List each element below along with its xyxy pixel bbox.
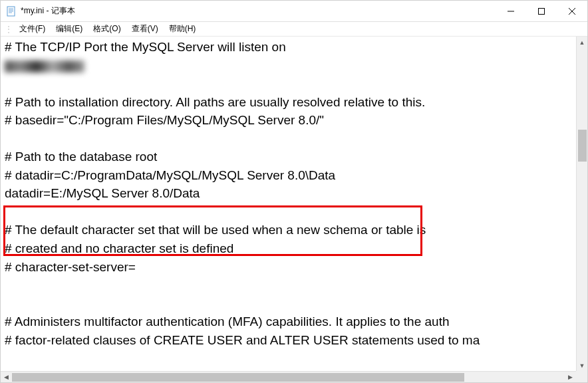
- vertical-scroll-thumb[interactable]: [578, 130, 587, 162]
- redacted-text: xxxxxxx: [5, 61, 84, 72]
- editor-line: [5, 74, 572, 93]
- menubar-grip: ⋮: [5, 25, 13, 34]
- menu-format[interactable]: 格式(O): [88, 22, 126, 36]
- editor-line: # Path to the database root: [5, 148, 572, 166]
- editor-line: # factor-related clauses of CREATE USER …: [5, 331, 572, 350]
- menu-view[interactable]: 查看(V): [126, 22, 164, 36]
- scroll-down-arrow-icon[interactable]: ▼: [577, 360, 587, 371]
- close-button[interactable]: [557, 1, 587, 21]
- editor-line: # character-set-server=: [5, 258, 572, 277]
- text-editor[interactable]: # The TCP/IP Port the MySQL Server will …: [1, 37, 576, 350]
- scrollbar-corner: [576, 371, 587, 382]
- scroll-left-arrow-icon[interactable]: ◀: [1, 372, 12, 382]
- window-controls: [496, 1, 587, 21]
- editor-line: [5, 295, 572, 313]
- editor-line: # datadir=C:/ProgramData/MySQL/MySQL Ser…: [5, 166, 572, 185]
- editor-line: [5, 203, 572, 221]
- editor-line: datadir=E:/MySQL Server 8.0/Data: [5, 184, 572, 203]
- editor-line: [5, 276, 572, 295]
- editor-line: xxxxxxx: [5, 57, 572, 75]
- editor-line: [5, 130, 572, 148]
- editor-wrapper: # The TCP/IP Port the MySQL Server will …: [1, 37, 576, 371]
- scroll-up-arrow-icon[interactable]: ▲: [577, 37, 587, 48]
- editor-line: # The default character set that will be…: [5, 221, 572, 239]
- menu-file[interactable]: 文件(F): [14, 22, 51, 36]
- vertical-scrollbar[interactable]: ▲ ▼: [576, 37, 587, 371]
- menu-help[interactable]: 帮助(H): [164, 22, 202, 36]
- svg-rect-6: [539, 8, 545, 14]
- menubar: ⋮ 文件(F) 编辑(E) 格式(O) 查看(V) 帮助(H): [1, 22, 587, 37]
- editor-line: # basedir="C:/Program Files/MySQL/MySQL …: [5, 111, 572, 130]
- maximize-button[interactable]: [526, 1, 557, 21]
- editor-line: # Path to installation directory. All pa…: [5, 93, 572, 112]
- minimize-button[interactable]: [496, 1, 526, 21]
- horizontal-scroll-thumb[interactable]: [12, 373, 464, 382]
- menu-edit[interactable]: 编辑(E): [51, 22, 88, 36]
- editor-line: # The TCP/IP Port the MySQL Server will …: [5, 38, 572, 57]
- content-area: # The TCP/IP Port the MySQL Server will …: [1, 37, 587, 382]
- notepad-window: *my.ini - 记事本 ⋮ 文件(F) 编辑(E) 格式(O) 查看(V) …: [0, 0, 588, 383]
- scroll-right-arrow-icon[interactable]: ▶: [565, 372, 576, 382]
- titlebar[interactable]: *my.ini - 记事本: [1, 1, 587, 22]
- notepad-icon: [6, 6, 17, 17]
- horizontal-scrollbar[interactable]: ◀ ▶: [1, 371, 576, 382]
- window-title: *my.ini - 记事本: [21, 5, 496, 17]
- editor-line: # Administers multifactor authentication…: [5, 313, 572, 331]
- editor-line: # created and no character set is define…: [5, 239, 572, 258]
